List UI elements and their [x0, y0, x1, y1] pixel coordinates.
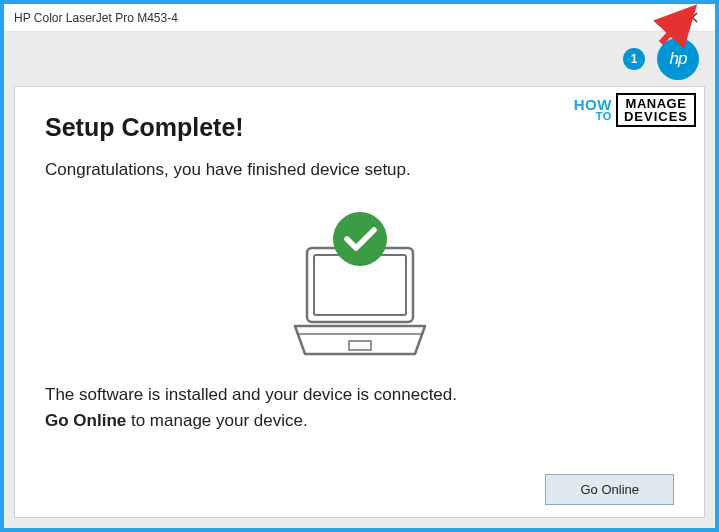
titlebar: HP Color LaserJet Pro M453-4 — [4, 4, 715, 32]
close-icon — [687, 12, 698, 23]
step-badge: 1 — [623, 48, 645, 70]
installer-window: HP Color LaserJet Pro M453-4 1 hp HOW TO… — [4, 4, 715, 528]
status-line-2: Go Online to manage your device. — [45, 408, 674, 434]
footer: Go Online — [45, 464, 674, 505]
hp-logo-icon: hp — [657, 38, 699, 80]
go-online-button[interactable]: Go Online — [545, 474, 674, 505]
status-line-1: The software is installed and your devic… — [45, 382, 674, 408]
svg-point-6 — [333, 212, 387, 266]
watermark: HOW TO MANAGE DEVICES — [574, 93, 696, 127]
laptop-illustration — [45, 204, 674, 364]
page-subtitle: Congratulations, you have finished devic… — [45, 160, 674, 180]
laptop-checkmark-icon — [275, 204, 445, 364]
watermark-box: MANAGE DEVICES — [616, 93, 696, 127]
content-area: HOW TO MANAGE DEVICES Setup Complete! Co… — [4, 86, 715, 528]
window-title: HP Color LaserJet Pro M453-4 — [14, 11, 677, 25]
close-button[interactable] — [677, 6, 707, 30]
header-band: 1 hp — [4, 32, 715, 86]
status-text: The software is installed and your devic… — [45, 382, 674, 433]
svg-rect-5 — [349, 341, 371, 350]
watermark-howto: HOW TO — [574, 99, 612, 121]
main-panel: HOW TO MANAGE DEVICES Setup Complete! Co… — [14, 86, 705, 518]
